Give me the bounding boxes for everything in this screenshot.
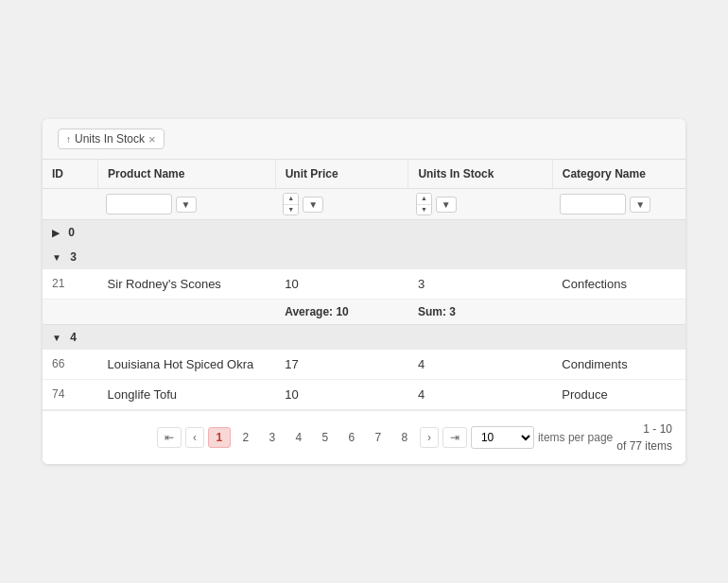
cell-category: Confections	[552, 269, 685, 300]
table-row: 74 Longlife Tofu 10 4 Produce	[43, 379, 685, 409]
page-button-2[interactable]: 2	[234, 427, 257, 448]
cell-units-in-stock: 4	[408, 379, 552, 409]
group-key-3: 3	[70, 250, 77, 264]
col-header-id: ID	[43, 160, 98, 189]
cell-units-in-stock: 4	[408, 350, 552, 380]
summary-sum: Sum: 3	[408, 299, 552, 324]
page-button-4[interactable]: 4	[287, 427, 310, 448]
page-button-7[interactable]: 7	[367, 427, 390, 448]
cell-category: Condiments	[552, 350, 685, 380]
page-button-8[interactable]: 8	[393, 427, 416, 448]
sort-tag-bar: ↑ Units In Stock ×	[43, 119, 685, 160]
group-row-3: ▼ 3	[43, 245, 685, 269]
filter-category-cell: ▼	[552, 189, 685, 220]
sort-tag-item: ↑ Units In Stock ×	[58, 129, 165, 149]
items-per-page-select[interactable]: 10 25 50 100	[471, 426, 534, 449]
cell-product-name: Longlife Tofu	[98, 379, 276, 409]
group-key-4: 4	[70, 331, 77, 344]
filter-stock-cell: ▲ ▼ ▼	[408, 189, 552, 220]
filter-unit-price-button[interactable]: ▼	[303, 197, 323, 213]
data-table: ID Product Name Unit Price Units In Stoc…	[43, 160, 685, 410]
sort-tag-label: Units In Stock	[75, 132, 145, 146]
filter-category-button[interactable]: ▼	[630, 197, 650, 213]
table-row: 21 Sir Rodney's Scones 10 3 Confections	[43, 269, 685, 300]
page-button-3[interactable]: 3	[261, 427, 284, 448]
page-button-1[interactable]: 1	[208, 427, 231, 448]
cell-id: 74	[43, 379, 98, 409]
page-button-6[interactable]: 6	[340, 427, 363, 448]
filter-price-cell: ▲ ▼ ▼	[275, 189, 408, 220]
last-page-button[interactable]: ⇥	[442, 427, 467, 448]
units-stock-spin-down[interactable]: ▼	[417, 205, 431, 214]
filter-product-name-button[interactable]: ▼	[176, 197, 197, 213]
pagination-bar: ⇤ ‹ 1 2 3 4 5 6 7 8 › ⇥ 10 25 50 100 ite…	[43, 410, 685, 464]
cell-category: Produce	[552, 379, 685, 409]
unit-price-spinner: ▲ ▼	[283, 193, 299, 215]
cell-product-name: Louisiana Hot Spiced Okra	[98, 350, 276, 380]
group-row-4: ▼ 4	[43, 324, 685, 350]
header-row: ID Product Name Unit Price Units In Stoc…	[43, 160, 685, 189]
total-label: 1 - 10 of 77 items	[616, 420, 672, 454]
cell-units-in-stock: 3	[408, 269, 552, 300]
main-card: ↑ Units In Stock × ID Product Name Unit …	[43, 119, 685, 464]
group-row-0: ▶ 0	[43, 219, 685, 245]
units-stock-spinner: ▲ ▼	[416, 193, 432, 215]
filter-id-cell	[43, 189, 98, 220]
total-items-label: of 77 items	[616, 439, 672, 453]
summary-average: Average: 10	[275, 299, 408, 324]
unit-price-spin-up[interactable]: ▲	[284, 194, 298, 204]
cell-id: 66	[43, 350, 98, 380]
table-row: 66 Louisiana Hot Spiced Okra 17 4 Condim…	[43, 350, 685, 380]
unit-price-spin-down[interactable]: ▼	[284, 205, 298, 214]
col-header-category-name: Category Name	[552, 160, 685, 189]
col-header-product-name: Product Name	[98, 160, 276, 189]
group-toggle-4[interactable]: ▼	[52, 333, 61, 343]
filter-units-stock-button[interactable]: ▼	[436, 197, 457, 213]
cell-id: 21	[43, 269, 98, 300]
group-toggle-3[interactable]: ▼	[52, 252, 61, 263]
items-per-page-label: items per page	[538, 431, 613, 444]
group-key-0: 0	[68, 226, 75, 239]
filter-row: ▼ ▲ ▼ ▼ ▲ ▼	[43, 189, 685, 220]
cell-unit-price: 17	[275, 350, 408, 380]
first-page-button[interactable]: ⇤	[157, 427, 182, 448]
cell-unit-price: 10	[275, 269, 408, 300]
cell-unit-price: 10	[275, 379, 408, 409]
filter-name-cell: ▼	[98, 189, 276, 220]
group-toggle-0[interactable]: ▶	[52, 228, 60, 238]
range-label: 1 - 10	[643, 422, 672, 436]
col-header-unit-price: Unit Price	[275, 160, 408, 189]
summary-row-3: Average: 10 Sum: 3	[43, 299, 685, 324]
prev-page-button[interactable]: ‹	[185, 427, 204, 448]
col-header-units-in-stock: Units In Stock	[408, 160, 552, 189]
filter-category-input[interactable]	[560, 194, 626, 214]
units-stock-spin-up[interactable]: ▲	[417, 194, 431, 204]
filter-product-name-input[interactable]	[106, 194, 172, 214]
page-button-5[interactable]: 5	[314, 427, 337, 448]
sort-tag-close-button[interactable]: ×	[148, 133, 156, 146]
sort-arrow-up-icon: ↑	[66, 134, 71, 145]
next-page-button[interactable]: ›	[420, 427, 439, 448]
cell-product-name: Sir Rodney's Scones	[98, 269, 276, 300]
